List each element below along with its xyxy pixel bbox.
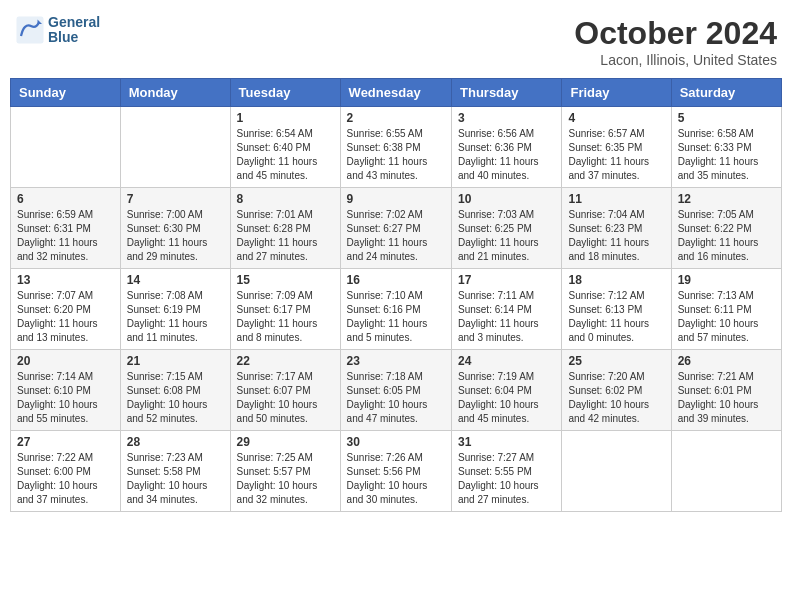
day-number: 9 xyxy=(347,192,445,206)
day-info: Sunrise: 7:13 AM Sunset: 6:11 PM Dayligh… xyxy=(678,289,775,345)
calendar-cell: 31Sunrise: 7:27 AM Sunset: 5:55 PM Dayli… xyxy=(452,431,562,512)
day-info: Sunrise: 7:08 AM Sunset: 6:19 PM Dayligh… xyxy=(127,289,224,345)
week-row-1: 1Sunrise: 6:54 AM Sunset: 6:40 PM Daylig… xyxy=(11,107,782,188)
calendar-cell: 26Sunrise: 7:21 AM Sunset: 6:01 PM Dayli… xyxy=(671,350,781,431)
weekday-monday: Monday xyxy=(120,79,230,107)
day-info: Sunrise: 7:05 AM Sunset: 6:22 PM Dayligh… xyxy=(678,208,775,264)
calendar-cell: 3Sunrise: 6:56 AM Sunset: 6:36 PM Daylig… xyxy=(452,107,562,188)
day-info: Sunrise: 7:07 AM Sunset: 6:20 PM Dayligh… xyxy=(17,289,114,345)
calendar-table: SundayMondayTuesdayWednesdayThursdayFrid… xyxy=(10,78,782,512)
logo-line2: Blue xyxy=(48,30,100,45)
calendar-cell: 25Sunrise: 7:20 AM Sunset: 6:02 PM Dayli… xyxy=(562,350,671,431)
logo-icon xyxy=(15,15,45,45)
calendar-cell: 14Sunrise: 7:08 AM Sunset: 6:19 PM Dayli… xyxy=(120,269,230,350)
calendar-cell: 2Sunrise: 6:55 AM Sunset: 6:38 PM Daylig… xyxy=(340,107,451,188)
day-number: 30 xyxy=(347,435,445,449)
weekday-saturday: Saturday xyxy=(671,79,781,107)
day-info: Sunrise: 7:15 AM Sunset: 6:08 PM Dayligh… xyxy=(127,370,224,426)
day-info: Sunrise: 6:54 AM Sunset: 6:40 PM Dayligh… xyxy=(237,127,334,183)
day-number: 18 xyxy=(568,273,664,287)
day-info: Sunrise: 7:00 AM Sunset: 6:30 PM Dayligh… xyxy=(127,208,224,264)
week-row-3: 13Sunrise: 7:07 AM Sunset: 6:20 PM Dayli… xyxy=(11,269,782,350)
calendar-cell: 16Sunrise: 7:10 AM Sunset: 6:16 PM Dayli… xyxy=(340,269,451,350)
day-number: 23 xyxy=(347,354,445,368)
day-number: 19 xyxy=(678,273,775,287)
month-title: October 2024 xyxy=(574,15,777,52)
day-info: Sunrise: 7:25 AM Sunset: 5:57 PM Dayligh… xyxy=(237,451,334,507)
day-number: 10 xyxy=(458,192,555,206)
day-number: 3 xyxy=(458,111,555,125)
calendar-cell: 27Sunrise: 7:22 AM Sunset: 6:00 PM Dayli… xyxy=(11,431,121,512)
day-info: Sunrise: 7:11 AM Sunset: 6:14 PM Dayligh… xyxy=(458,289,555,345)
calendar-cell: 18Sunrise: 7:12 AM Sunset: 6:13 PM Dayli… xyxy=(562,269,671,350)
day-info: Sunrise: 7:14 AM Sunset: 6:10 PM Dayligh… xyxy=(17,370,114,426)
day-info: Sunrise: 6:55 AM Sunset: 6:38 PM Dayligh… xyxy=(347,127,445,183)
calendar-cell: 4Sunrise: 6:57 AM Sunset: 6:35 PM Daylig… xyxy=(562,107,671,188)
day-number: 21 xyxy=(127,354,224,368)
page-header: General Blue October 2024 Lacon, Illinoi… xyxy=(10,10,782,68)
calendar-cell: 24Sunrise: 7:19 AM Sunset: 6:04 PM Dayli… xyxy=(452,350,562,431)
weekday-header-row: SundayMondayTuesdayWednesdayThursdayFrid… xyxy=(11,79,782,107)
calendar-cell: 7Sunrise: 7:00 AM Sunset: 6:30 PM Daylig… xyxy=(120,188,230,269)
calendar-cell: 15Sunrise: 7:09 AM Sunset: 6:17 PM Dayli… xyxy=(230,269,340,350)
weekday-sunday: Sunday xyxy=(11,79,121,107)
day-info: Sunrise: 6:57 AM Sunset: 6:35 PM Dayligh… xyxy=(568,127,664,183)
day-number: 17 xyxy=(458,273,555,287)
calendar-cell: 11Sunrise: 7:04 AM Sunset: 6:23 PM Dayli… xyxy=(562,188,671,269)
day-number: 16 xyxy=(347,273,445,287)
calendar-cell: 17Sunrise: 7:11 AM Sunset: 6:14 PM Dayli… xyxy=(452,269,562,350)
calendar-cell xyxy=(562,431,671,512)
day-info: Sunrise: 7:02 AM Sunset: 6:27 PM Dayligh… xyxy=(347,208,445,264)
day-info: Sunrise: 7:21 AM Sunset: 6:01 PM Dayligh… xyxy=(678,370,775,426)
calendar-cell: 8Sunrise: 7:01 AM Sunset: 6:28 PM Daylig… xyxy=(230,188,340,269)
day-info: Sunrise: 6:59 AM Sunset: 6:31 PM Dayligh… xyxy=(17,208,114,264)
day-info: Sunrise: 7:04 AM Sunset: 6:23 PM Dayligh… xyxy=(568,208,664,264)
calendar-cell: 28Sunrise: 7:23 AM Sunset: 5:58 PM Dayli… xyxy=(120,431,230,512)
day-number: 8 xyxy=(237,192,334,206)
day-number: 6 xyxy=(17,192,114,206)
day-number: 29 xyxy=(237,435,334,449)
day-number: 11 xyxy=(568,192,664,206)
day-info: Sunrise: 7:18 AM Sunset: 6:05 PM Dayligh… xyxy=(347,370,445,426)
weekday-friday: Friday xyxy=(562,79,671,107)
day-info: Sunrise: 7:10 AM Sunset: 6:16 PM Dayligh… xyxy=(347,289,445,345)
day-number: 1 xyxy=(237,111,334,125)
day-info: Sunrise: 7:26 AM Sunset: 5:56 PM Dayligh… xyxy=(347,451,445,507)
weekday-thursday: Thursday xyxy=(452,79,562,107)
day-number: 27 xyxy=(17,435,114,449)
calendar-cell xyxy=(11,107,121,188)
day-number: 26 xyxy=(678,354,775,368)
day-number: 20 xyxy=(17,354,114,368)
day-number: 15 xyxy=(237,273,334,287)
logo: General Blue xyxy=(15,15,100,46)
day-number: 24 xyxy=(458,354,555,368)
weekday-wednesday: Wednesday xyxy=(340,79,451,107)
day-info: Sunrise: 7:27 AM Sunset: 5:55 PM Dayligh… xyxy=(458,451,555,507)
calendar-cell: 10Sunrise: 7:03 AM Sunset: 6:25 PM Dayli… xyxy=(452,188,562,269)
week-row-5: 27Sunrise: 7:22 AM Sunset: 6:00 PM Dayli… xyxy=(11,431,782,512)
calendar-cell: 20Sunrise: 7:14 AM Sunset: 6:10 PM Dayli… xyxy=(11,350,121,431)
day-info: Sunrise: 7:20 AM Sunset: 6:02 PM Dayligh… xyxy=(568,370,664,426)
day-number: 5 xyxy=(678,111,775,125)
calendar-cell: 29Sunrise: 7:25 AM Sunset: 5:57 PM Dayli… xyxy=(230,431,340,512)
location: Lacon, Illinois, United States xyxy=(574,52,777,68)
day-info: Sunrise: 7:22 AM Sunset: 6:00 PM Dayligh… xyxy=(17,451,114,507)
calendar-cell: 22Sunrise: 7:17 AM Sunset: 6:07 PM Dayli… xyxy=(230,350,340,431)
calendar-cell xyxy=(120,107,230,188)
logo-text: General Blue xyxy=(48,15,100,46)
day-number: 14 xyxy=(127,273,224,287)
calendar-cell: 30Sunrise: 7:26 AM Sunset: 5:56 PM Dayli… xyxy=(340,431,451,512)
day-info: Sunrise: 6:58 AM Sunset: 6:33 PM Dayligh… xyxy=(678,127,775,183)
day-info: Sunrise: 7:17 AM Sunset: 6:07 PM Dayligh… xyxy=(237,370,334,426)
day-number: 22 xyxy=(237,354,334,368)
day-info: Sunrise: 6:56 AM Sunset: 6:36 PM Dayligh… xyxy=(458,127,555,183)
day-number: 7 xyxy=(127,192,224,206)
week-row-2: 6Sunrise: 6:59 AM Sunset: 6:31 PM Daylig… xyxy=(11,188,782,269)
day-number: 2 xyxy=(347,111,445,125)
day-number: 25 xyxy=(568,354,664,368)
calendar-cell: 6Sunrise: 6:59 AM Sunset: 6:31 PM Daylig… xyxy=(11,188,121,269)
day-info: Sunrise: 7:23 AM Sunset: 5:58 PM Dayligh… xyxy=(127,451,224,507)
title-section: October 2024 Lacon, Illinois, United Sta… xyxy=(574,15,777,68)
calendar-cell: 12Sunrise: 7:05 AM Sunset: 6:22 PM Dayli… xyxy=(671,188,781,269)
calendar-cell xyxy=(671,431,781,512)
